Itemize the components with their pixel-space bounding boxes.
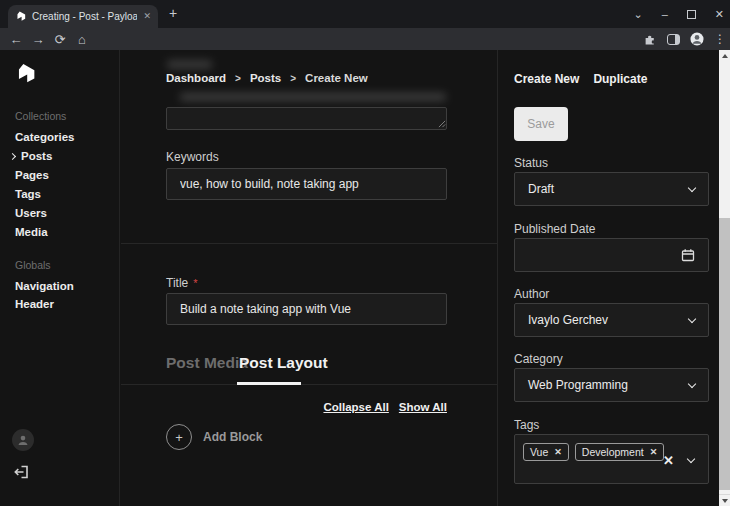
new-tab-button[interactable]: +	[164, 4, 182, 22]
clear-tags-icon[interactable]: ✕	[663, 453, 674, 468]
sidebar-item-navigation[interactable]: Navigation	[15, 280, 74, 292]
reload-icon[interactable]: ⟳	[50, 28, 70, 50]
tag-chip-label: Vue	[530, 446, 548, 458]
tag-chip[interactable]: Development✕	[575, 443, 664, 461]
home-icon[interactable]: ⌂	[72, 28, 92, 50]
tags-multiselect[interactable]: Vue✕ Development✕ ✕	[514, 434, 709, 484]
author-value: Ivaylo Gerchev	[528, 313, 608, 327]
keywords-label: Keywords	[166, 150, 219, 164]
toolbar-actions: ⋮	[644, 28, 726, 50]
sidebar-item-tags[interactable]: Tags	[15, 188, 41, 200]
back-icon[interactable]: ←	[6, 28, 26, 50]
duplicate-link[interactable]: Duplicate	[593, 72, 647, 86]
scrollbar-thumb[interactable]	[719, 218, 730, 490]
published-date-input[interactable]	[514, 238, 709, 272]
remove-tag-icon[interactable]: ✕	[650, 447, 658, 457]
sidebar-item-media[interactable]: Media	[15, 226, 48, 238]
keywords-input[interactable]	[166, 168, 447, 200]
resize-grip-icon[interactable]	[438, 120, 446, 128]
add-block-button[interactable]: + Add Block	[166, 424, 262, 450]
tab-close-icon[interactable]: ✕	[143, 12, 151, 21]
status-label: Status	[514, 156, 548, 170]
status-select[interactable]: Draft	[514, 172, 709, 206]
tab-post-media[interactable]: Post Media	[166, 354, 248, 372]
sidebar-item-categories[interactable]: Categories	[15, 131, 74, 143]
title-label: Title*	[166, 276, 198, 290]
document-sidebar: Create New Duplicate Save Status Draft P…	[497, 50, 719, 506]
browser-tabstrip: Creating - Post - Payload ✕ + ⌄ – ✕	[0, 0, 730, 28]
save-button[interactable]: Save	[514, 107, 568, 141]
section-divider	[121, 243, 497, 244]
redacted-text	[167, 60, 212, 69]
minimize-icon[interactable]: –	[662, 9, 668, 20]
browser-toolbar: ← → ⟳ ⌂ ⓘ localhost:3000/admin/collectio…	[0, 28, 730, 50]
tab-search-icon[interactable]: ⌄	[633, 9, 642, 20]
payload-logo-icon	[14, 63, 36, 85]
breadcrumb-posts[interactable]: Posts	[250, 72, 281, 84]
chevron-down-icon	[688, 314, 696, 322]
breadcrumb-current: Create New	[305, 72, 368, 84]
chevron-down-icon	[688, 183, 696, 191]
collapse-all-link[interactable]: Collapse All	[323, 401, 388, 413]
sidebar-item-header[interactable]: Header	[15, 298, 54, 310]
add-block-label: Add Block	[203, 430, 262, 444]
forward-icon[interactable]: →	[28, 28, 48, 50]
payload-logo[interactable]	[14, 63, 36, 85]
side-panel-icon[interactable]	[667, 34, 680, 45]
tags-label: Tags	[514, 418, 539, 432]
globals-group-label: Globals	[15, 259, 51, 271]
extensions-icon[interactable]	[644, 33, 657, 46]
tabs-divider	[121, 384, 497, 385]
active-tab-underline	[237, 382, 301, 385]
sidebar-item-posts[interactable]: Posts	[10, 150, 52, 162]
tab-post-layout[interactable]: Post Layout	[239, 354, 328, 372]
category-select[interactable]: Web Programming	[514, 368, 709, 402]
remove-tag-icon[interactable]: ✕	[554, 447, 562, 457]
account-button[interactable]	[12, 429, 34, 451]
chevron-down-icon	[688, 379, 696, 387]
scrollbar-up-button[interactable]	[719, 50, 730, 62]
scrollbar-down-button[interactable]	[719, 494, 730, 506]
logout-button[interactable]	[13, 464, 29, 480]
show-all-link[interactable]: Show All	[399, 401, 447, 413]
close-window-icon[interactable]: ✕	[715, 9, 724, 20]
sidebar-item-users[interactable]: Users	[15, 207, 47, 219]
window-controls: ⌄ – ✕	[633, 0, 724, 28]
tag-chip[interactable]: Vue✕	[523, 443, 569, 461]
published-date-label: Published Date	[514, 222, 595, 236]
sidebar-item-pages[interactable]: Pages	[15, 169, 49, 181]
user-avatar-icon	[16, 433, 30, 447]
breadcrumb: Dashboard > Posts > Create New	[166, 72, 368, 84]
blocks-toolbar: Collapse All Show All	[166, 401, 447, 413]
payload-admin-app: Collections Categories Posts Pages Tags …	[0, 50, 730, 506]
author-label: Author	[514, 287, 549, 301]
tab-title: Creating - Post - Payload	[32, 11, 137, 22]
status-value: Draft	[528, 182, 554, 196]
title-input[interactable]	[166, 293, 447, 325]
sidebar: Collections Categories Posts Pages Tags …	[0, 50, 120, 506]
browser-window: Creating - Post - Payload ✕ + ⌄ – ✕ ← → …	[0, 0, 730, 506]
logout-icon	[13, 464, 29, 480]
edit-view: Dashboard > Posts > Create New Keywords …	[121, 50, 497, 506]
author-select[interactable]: Ivaylo Gerchev	[514, 303, 709, 337]
calendar-icon[interactable]	[681, 248, 695, 262]
payload-favicon-icon	[15, 11, 26, 22]
page-scrollbar[interactable]	[719, 50, 730, 506]
chevron-down-icon[interactable]	[687, 454, 695, 462]
required-mark: *	[193, 277, 197, 289]
menu-kebab-icon[interactable]: ⋮	[714, 33, 726, 45]
breadcrumb-dashboard[interactable]: Dashboard	[166, 72, 226, 84]
breadcrumb-separator: >	[290, 73, 296, 84]
breadcrumb-separator: >	[235, 73, 241, 84]
redacted-text	[180, 93, 446, 101]
tag-chip-label: Development	[582, 446, 644, 458]
plus-icon: +	[166, 424, 192, 450]
maximize-icon[interactable]	[687, 10, 696, 19]
category-value: Web Programming	[528, 378, 628, 392]
collections-group-label: Collections	[15, 110, 66, 122]
create-new-link[interactable]: Create New	[514, 72, 579, 86]
profile-avatar-icon[interactable]	[690, 32, 704, 46]
browser-tab[interactable]: Creating - Post - Payload ✕	[8, 5, 158, 28]
description-textarea[interactable]	[166, 107, 447, 130]
active-chevron-icon	[9, 152, 16, 159]
